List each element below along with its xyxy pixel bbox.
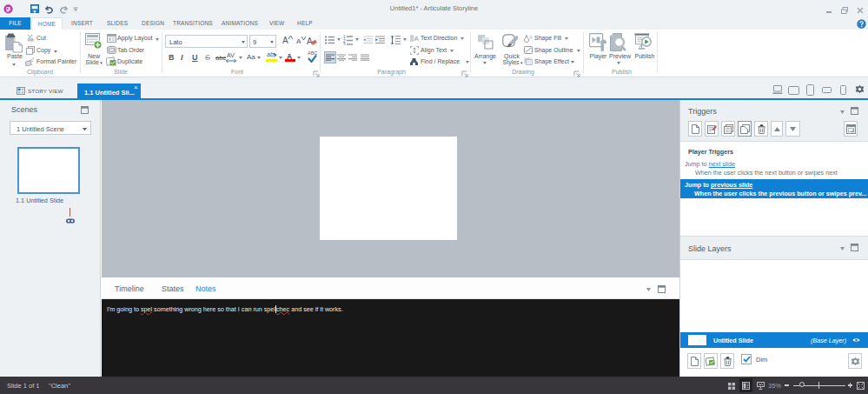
svg-text:3: 3 [343, 43, 346, 46]
svg-text:A: A [307, 37, 313, 46]
svg-text:A: A [414, 35, 420, 43]
